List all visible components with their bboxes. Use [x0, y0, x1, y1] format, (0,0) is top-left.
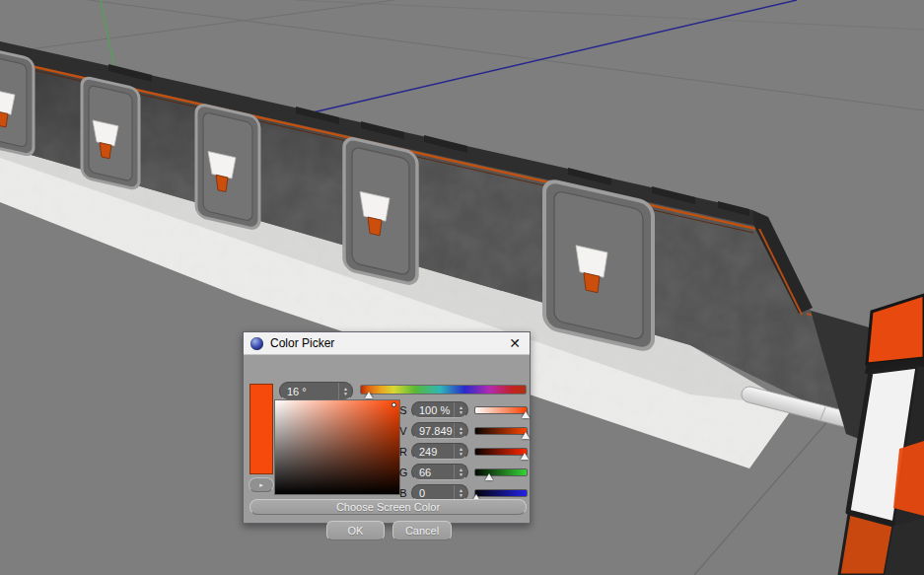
step-down-icon: ▼ [459, 431, 463, 436]
channel-label: S [397, 404, 409, 416]
hue-input[interactable]: 16 ° ▲ ▼ [279, 382, 353, 400]
viewport-3d[interactable]: Color Picker ✕ ▸ 16 ° ▲ ▼ S100 %▲▼V97.8 [0, 0, 924, 575]
pillar-orange-base [839, 514, 893, 575]
channel-label: R [397, 446, 409, 458]
channel-slider[interactable] [474, 406, 528, 414]
channel-value: 66 [412, 467, 454, 478]
channel-label: V [397, 425, 409, 437]
channel-stepper[interactable]: ▲▼ [454, 423, 467, 438]
color-picker-dialog: Color Picker ✕ ▸ 16 ° ▲ ▼ S100 %▲▼V97.8 [243, 331, 531, 524]
channel-label: G [397, 467, 409, 478]
channel-input[interactable]: 249▲▼ [411, 443, 468, 460]
expand-picker-button[interactable]: ▸ [249, 477, 274, 492]
step-down-icon: ▼ [459, 410, 463, 415]
channel-value: 100 % [412, 404, 454, 416]
channel-input[interactable]: 100 %▲▼ [411, 401, 468, 418]
dialog-body: ▸ 16 ° ▲ ▼ S100 %▲▼V97.849 %▲▼R249▲▼G66▲… [244, 355, 530, 524]
channel-value: 249 [412, 446, 454, 458]
channel-slider[interactable] [474, 468, 528, 476]
channel-stepper[interactable]: ▲▼ [454, 402, 467, 417]
channel-rows: S100 %▲▼V97.849 %▲▼R249▲▼G66▲▼B0▲▼ [397, 401, 528, 505]
channel-value: 97.849 % [412, 425, 454, 437]
dialog-title: Color Picker [270, 336, 334, 350]
sv-marker[interactable] [391, 402, 396, 407]
channel-stepper[interactable]: ▲▼ [454, 444, 467, 459]
channel-slider[interactable] [474, 427, 528, 435]
channel-label: B [397, 487, 409, 499]
channel-row-V: V97.849 %▲▼ [397, 422, 528, 439]
panel-5 [544, 180, 653, 352]
channel-row-S: S100 %▲▼ [397, 401, 528, 418]
hue-slider-marker[interactable] [365, 392, 373, 398]
panel-3 [196, 104, 259, 230]
channel-slider-marker[interactable] [485, 473, 493, 480]
saturation-value-square[interactable] [274, 399, 400, 495]
channel-slider-marker[interactable] [522, 411, 530, 418]
channel-input[interactable]: 97.849 %▲▼ [411, 422, 468, 439]
channel-value: 0 [412, 487, 454, 499]
channel-slider-marker[interactable] [521, 453, 529, 460]
panel-1 [0, 47, 34, 157]
step-down-icon: ▼ [343, 392, 348, 396]
choose-screen-color-button[interactable]: Choose Screen Color [249, 499, 527, 515]
channel-stepper[interactable]: ▲▼ [454, 485, 467, 500]
cancel-button[interactable]: Cancel [392, 521, 452, 540]
panel-2 [82, 76, 139, 189]
step-down-icon: ▼ [459, 472, 463, 477]
dialog-titlebar[interactable]: Color Picker ✕ [244, 332, 530, 355]
channel-stepper[interactable]: ▲▼ [454, 465, 467, 479]
hue-slider[interactable] [360, 385, 527, 395]
channel-row-G: G66▲▼ [397, 464, 528, 480]
ok-button[interactable]: OK [326, 521, 385, 540]
step-down-icon: ▼ [459, 452, 463, 457]
channel-slider-marker[interactable] [522, 432, 530, 439]
current-color-swatch [249, 384, 273, 474]
channel-input[interactable]: 66▲▼ [411, 464, 468, 480]
channel-row-R: R249▲▼ [397, 443, 528, 460]
hue-stepper[interactable]: ▲ ▼ [338, 383, 352, 399]
channel-slider[interactable] [474, 448, 528, 456]
hue-value: 16 ° [280, 386, 338, 397]
panel-4 [344, 137, 417, 286]
expand-arrow-icon: ▸ [259, 481, 263, 489]
channel-slider[interactable] [474, 489, 528, 497]
app-sphere-icon [250, 337, 263, 350]
close-icon[interactable]: ✕ [507, 336, 523, 350]
step-down-icon: ▼ [459, 493, 463, 498]
